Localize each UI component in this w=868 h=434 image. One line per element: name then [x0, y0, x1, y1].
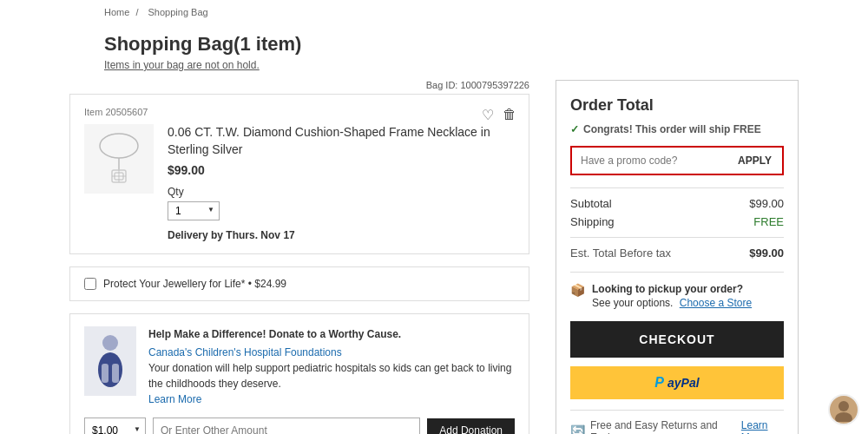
breadcrumb: Home / Shopping Bag: [0, 0, 868, 24]
promo-input[interactable]: [572, 148, 727, 174]
checkmark-icon: ✓: [570, 123, 579, 135]
donation-box: Help Make a Difference! Donate to a Wort…: [69, 313, 529, 434]
page-title: Shopping Bag(1 item): [0, 24, 868, 59]
pickup-text: Looking to pickup your order? See your o…: [592, 283, 784, 309]
congrats-row: ✓ Congrats! This order will ship FREE: [570, 123, 784, 135]
shipping-label: Shipping: [570, 215, 615, 228]
product-card: Item 20505607 ♡ 🗑: [69, 94, 529, 254]
pickup-icon: 📦: [570, 283, 585, 309]
donation-amount-input[interactable]: [153, 418, 420, 434]
totals-section: Subtotal $99.00 Shipping FREE: [570, 187, 784, 228]
apply-button[interactable]: APPLY: [727, 148, 782, 174]
qty-select[interactable]: 1 2 3 4 5: [168, 201, 220, 220]
item-number: Item 20505607: [84, 107, 515, 117]
product-name: 0.06 CT. T.W. Diamond Cushion-Shaped Fra…: [168, 124, 515, 158]
breadcrumb-separator: /: [135, 7, 138, 17]
paypal-p: P: [654, 375, 664, 391]
wishlist-icon[interactable]: ♡: [482, 107, 494, 123]
returns-icon: 🔄: [570, 424, 585, 434]
svg-rect-8: [102, 364, 108, 383]
svg-point-0: [100, 134, 138, 158]
subtotal-value: $99.00: [749, 197, 784, 210]
subtotal-label: Subtotal: [570, 197, 612, 210]
delivery-info: Delivery by Thurs. Nov 17: [168, 229, 515, 241]
protect-row: Protect Your Jewellery for Life* • $24.9…: [69, 266, 529, 301]
choose-store-link[interactable]: Choose a Store: [680, 297, 752, 309]
returns-learn-more[interactable]: Learn More: [741, 419, 784, 434]
protect-label: Protect Your Jewellery for Life* • $24.9…: [103, 278, 286, 290]
delete-icon[interactable]: 🗑: [503, 107, 516, 123]
svg-point-11: [835, 412, 852, 422]
est-label: Est. Total Before tax: [570, 247, 671, 260]
add-donation-button[interactable]: Add Donation: [427, 418, 515, 434]
avatar[interactable]: [828, 394, 859, 425]
order-total-title: Order Total: [570, 96, 784, 115]
product-image: [84, 124, 154, 194]
paypal-label: ayPal: [667, 376, 700, 390]
checkout-button[interactable]: CHECKOUT: [570, 321, 784, 358]
svg-rect-9: [112, 364, 119, 383]
donation-desc: Your donation will help support pediatri…: [148, 360, 515, 391]
right-column: Order Total ✓ Congrats! This order will …: [556, 80, 799, 434]
returns-row: 🔄 Free and Easy Returns and Exchanges Le…: [570, 410, 784, 434]
donation-image: [84, 326, 136, 396]
donation-org: Canada's Children's Hospital Foundations: [148, 345, 515, 360]
donation-learn-more[interactable]: Learn More: [148, 393, 201, 405]
donation-text: Help Make a Difference! Donate to a Wort…: [148, 326, 515, 407]
donation-amount-select[interactable]: $1.00 $2.00 $5.00 $10.00: [84, 418, 146, 434]
qty-label: Qty: [168, 186, 515, 198]
returns-label: Free and Easy Returns and Exchanges: [590, 419, 736, 434]
product-info: 0.06 CT. T.W. Diamond Cushion-Shaped Fra…: [168, 124, 515, 241]
svg-point-10: [838, 401, 849, 411]
bag-id: Bag ID: 1000795397226: [69, 80, 529, 90]
congrats-text: Congrats! This order will ship FREE: [583, 123, 761, 135]
est-value: $99.00: [749, 247, 784, 260]
hold-notice: Items in your bag are not on hold.: [0, 59, 868, 80]
protect-checkbox[interactable]: [84, 278, 96, 290]
breadcrumb-home[interactable]: Home: [104, 7, 129, 17]
promo-row: APPLY: [570, 146, 784, 175]
svg-point-6: [102, 335, 118, 351]
breadcrumb-current: Shopping Bag: [148, 7, 208, 17]
shipping-value: FREE: [753, 215, 784, 228]
product-price: $99.00: [168, 163, 515, 177]
paypal-button[interactable]: P ayPal: [570, 366, 784, 399]
pickup-row: 📦 Looking to pickup your order? See your…: [570, 272, 784, 309]
left-column: Bag ID: 1000795397226 Item 20505607 ♡ 🗑: [69, 80, 529, 434]
order-total-box: Order Total ✓ Congrats! This order will …: [556, 80, 799, 434]
est-total-row: Est. Total Before tax $99.00: [570, 237, 784, 260]
